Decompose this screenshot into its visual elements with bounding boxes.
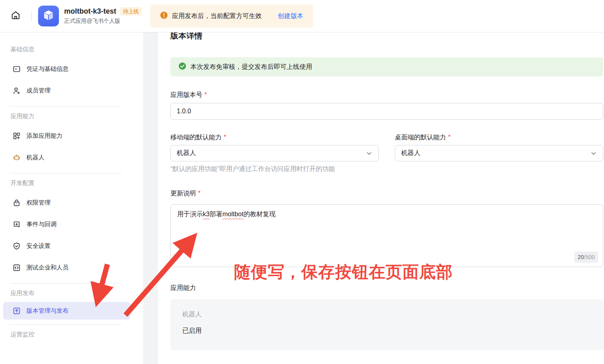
credential-icon bbox=[12, 64, 21, 73]
page-title: 版本详情 bbox=[170, 32, 202, 41]
app-capability-label: 应用能力 bbox=[170, 284, 196, 292]
notes-text-misspelled: moltbot bbox=[222, 211, 243, 217]
notes-text-misspelled: k3 bbox=[203, 211, 210, 217]
check-circle-icon bbox=[178, 62, 186, 72]
section-app-release: 应用发布 bbox=[10, 288, 133, 298]
review-exempt-banner: 本次发布免审核，提交发布后即可上线使用 bbox=[170, 57, 603, 76]
sidebar-item-version-management[interactable]: 版本管理与发布 bbox=[3, 302, 130, 320]
notice-text: 应用发布后，当前配置方可生效 bbox=[172, 12, 262, 20]
sidebar-item-events[interactable]: 事件与回调 bbox=[3, 213, 130, 235]
mobile-capability-label: 移动端的默认能力* bbox=[170, 133, 226, 142]
app-meta: moltbot-k3-test 待上线 正式应用@飞书个人版 bbox=[64, 7, 141, 25]
app-logo bbox=[38, 6, 59, 26]
alert-circle-icon bbox=[160, 11, 168, 21]
banner-text: 本次发布免审核，提交发布后即可上线使用 bbox=[190, 63, 312, 71]
sidebar-item-label: 安全设置 bbox=[26, 242, 51, 250]
desktop-capability-value: 机器人 bbox=[401, 149, 420, 157]
desktop-capability-select[interactable]: 机器人 bbox=[395, 145, 603, 161]
app-capability-card: 机器人 已启用 bbox=[170, 299, 604, 350]
sidebar-item-permissions[interactable]: 权限管理 bbox=[3, 192, 130, 213]
shield-check-icon bbox=[12, 241, 21, 250]
home-button[interactable] bbox=[6, 7, 25, 25]
sidebar-item-security[interactable]: 安全设置 bbox=[3, 235, 130, 257]
lock-icon bbox=[12, 198, 21, 207]
home-icon bbox=[10, 10, 21, 22]
section-basic-info: 基础信息 bbox=[10, 44, 133, 54]
version-number-input[interactable]: 1.0.0 bbox=[170, 103, 603, 120]
status-badge: 待上线 bbox=[120, 7, 141, 16]
code-box-icon bbox=[12, 263, 21, 272]
sidebar-item-label: 成员管理 bbox=[26, 87, 51, 95]
mobile-capability-select[interactable]: 机器人 bbox=[170, 145, 379, 161]
sidebar-divider bbox=[10, 173, 122, 173]
sidebar-divider bbox=[10, 106, 122, 107]
char-counter: 20/500 bbox=[574, 251, 598, 263]
sidebar-nav: 基础信息 凭证与基础信息 成员管理 应用能力 bbox=[0, 32, 143, 364]
sidebar-item-label: 权限管理 bbox=[26, 199, 51, 207]
sidebar-item-label: 事件与回调 bbox=[26, 221, 57, 228]
sidebar-item-label: 添加应用能力 bbox=[26, 132, 63, 140]
app-title: moltbot-k3-test bbox=[64, 7, 116, 16]
sidebar-item-credentials[interactable]: 凭证与基础信息 bbox=[3, 58, 130, 80]
section-dev-config: 开发配置 bbox=[10, 178, 133, 188]
content-gutter bbox=[143, 32, 158, 364]
sidebar-item-label: 测试企业和人员 bbox=[26, 264, 69, 271]
sidebar-item-label: 版本管理与发布 bbox=[26, 307, 69, 315]
version-number-value: 1.0.0 bbox=[177, 108, 191, 115]
update-notes-textarea[interactable]: 用于演示k3部署moltbot的教材复现 20/500 bbox=[170, 204, 603, 267]
notes-text: 的教材复现 bbox=[243, 211, 275, 217]
desktop-capability-label: 桌面端的默认能力* bbox=[395, 133, 450, 142]
grid-add-icon bbox=[12, 131, 21, 140]
section-ops-monitoring: 运营监控 bbox=[10, 330, 133, 339]
app-subtitle: 正式应用@飞书个人版 bbox=[64, 18, 141, 25]
section-app-capability: 应用能力 bbox=[10, 111, 133, 121]
mobile-capability-value: 机器人 bbox=[177, 149, 196, 157]
robot-icon bbox=[12, 153, 21, 162]
chevron-down-icon bbox=[590, 150, 597, 157]
sidebar-divider bbox=[10, 283, 122, 284]
required-mark: * bbox=[204, 91, 207, 98]
required-mark: * bbox=[448, 134, 450, 141]
sidebar-item-label: 凭证与基础信息 bbox=[26, 65, 69, 73]
default-capability-hint: “默认的应用功能”即用户通过工作台访问应用时打开的功能 bbox=[170, 165, 335, 173]
create-version-link[interactable]: 创建版本 bbox=[278, 12, 303, 20]
sidebar-divider bbox=[10, 324, 122, 325]
publish-icon bbox=[12, 306, 21, 315]
cube-icon bbox=[41, 8, 56, 24]
event-callback-icon bbox=[12, 220, 21, 229]
char-count: 20 bbox=[578, 254, 584, 260]
sidebar-item-members[interactable]: 成员管理 bbox=[3, 80, 130, 101]
member-add-icon bbox=[12, 86, 21, 95]
capability-name: 机器人 bbox=[182, 310, 592, 319]
notes-text: 部署 bbox=[210, 211, 222, 217]
header-divider bbox=[31, 11, 32, 21]
top-header: moltbot-k3-test 待上线 正式应用@飞书个人版 应用发布后，当前配… bbox=[0, 0, 604, 32]
char-limit: /500 bbox=[584, 254, 595, 260]
version-number-label: 应用版本号* bbox=[170, 91, 207, 99]
required-mark: * bbox=[198, 190, 200, 197]
update-notes-label: 更新说明* bbox=[170, 189, 200, 198]
version-detail-panel: 版本详情 本次发布免审核，提交发布后即可上线使用 应用版本号* 1.0.0 移动… bbox=[158, 32, 604, 364]
required-mark: * bbox=[224, 134, 226, 141]
capability-status: 已启用 bbox=[182, 327, 592, 335]
sidebar-item-test-org[interactable]: 测试企业和人员 bbox=[3, 257, 130, 278]
sidebar-item-add-capability[interactable]: 添加应用能力 bbox=[3, 125, 130, 147]
sidebar-item-bot[interactable]: 机器人 bbox=[3, 147, 130, 168]
publish-notice-banner: 应用发布后，当前配置方可生效 创建版本 bbox=[150, 4, 313, 28]
sidebar-item-label: 机器人 bbox=[26, 154, 44, 161]
notes-text: 用于演示 bbox=[177, 211, 203, 217]
chevron-down-icon bbox=[366, 150, 372, 157]
